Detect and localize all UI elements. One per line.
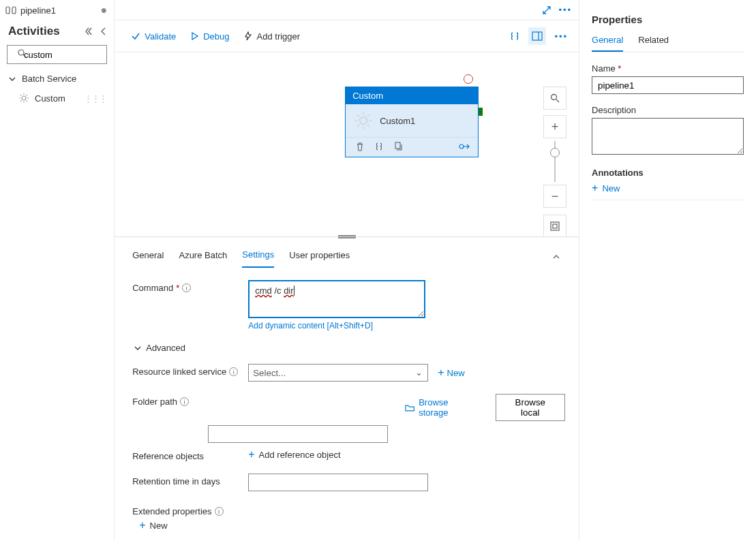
success-connector-icon[interactable] — [478, 108, 483, 116]
extended-props-label: Extended properties — [132, 506, 211, 516]
tab-settings[interactable]: Settings — [242, 245, 274, 268]
info-icon[interactable]: i — [180, 397, 189, 406]
collapse-icon[interactable] — [100, 27, 107, 36]
pipeline-tab[interactable]: pipeline1 ● — [0, 0, 114, 19]
svg-point-2 — [18, 50, 24, 55]
properties-toggle-icon[interactable] — [528, 27, 546, 45]
required-icon: * — [176, 283, 179, 293]
browse-storage-link[interactable]: Browse storage — [405, 397, 478, 418]
description-label: Description — [592, 105, 744, 115]
properties-tab-related[interactable]: Related — [638, 35, 669, 52]
tab-user-properties[interactable]: User properties — [289, 246, 350, 267]
add-trigger-label: Add trigger — [257, 31, 301, 42]
command-input[interactable]: cmd /c dir​ — [248, 280, 425, 318]
copy-icon[interactable] — [393, 142, 403, 151]
command-label: Command — [132, 283, 173, 293]
code-braces-icon[interactable] — [374, 142, 384, 151]
validate-label: Validate — [145, 31, 176, 42]
annotations-label: Annotations — [592, 168, 744, 178]
gear-icon — [354, 111, 373, 130]
more-actions-icon[interactable]: ••• — [554, 31, 568, 42]
svg-line-11 — [556, 99, 559, 102]
validation-error-icon — [464, 74, 473, 84]
svg-point-9 — [459, 144, 464, 149]
svg-rect-5 — [532, 32, 542, 40]
retention-input[interactable] — [248, 474, 428, 491]
info-icon[interactable]: i — [229, 367, 238, 376]
svg-point-4 — [22, 96, 26, 100]
svg-line-3 — [23, 55, 26, 57]
category-label: Batch Service — [22, 74, 76, 84]
add-reference-button[interactable]: +Add reference object — [248, 448, 340, 461]
chevron-down-icon — [8, 75, 16, 83]
add-dynamic-content-link[interactable]: Add dynamic content [Alt+Shift+D] — [248, 321, 425, 330]
code-icon[interactable] — [509, 31, 520, 42]
activity-card-custom1[interactable]: Custom Custom1 — [345, 87, 479, 157]
name-label: Name — [592, 63, 616, 74]
validate-button[interactable]: Validate — [131, 31, 176, 42]
activity-header: Custom — [346, 87, 478, 104]
tab-azure-batch[interactable]: Azure Batch — [179, 246, 227, 267]
svg-rect-0 — [6, 7, 10, 14]
activity-item-custom[interactable]: Custom ⋮⋮⋮ — [0, 88, 114, 108]
svg-rect-8 — [395, 142, 400, 149]
info-icon[interactable]: i — [182, 283, 191, 292]
search-icon — [18, 49, 27, 58]
expand-icon[interactable] — [542, 5, 551, 15]
collapse-panel-icon[interactable] — [551, 252, 565, 262]
folder-path-input[interactable] — [208, 425, 388, 443]
delete-icon[interactable] — [355, 142, 365, 151]
svg-rect-1 — [12, 7, 16, 14]
category-batch-service[interactable]: Batch Service — [0, 69, 114, 88]
advanced-toggle[interactable]: Advanced — [134, 343, 565, 353]
collapse-double-icon[interactable] — [85, 27, 95, 36]
add-trigger-button[interactable]: Add trigger — [243, 31, 301, 42]
panel-resize-handle[interactable] — [338, 235, 356, 239]
info-icon[interactable]: i — [215, 507, 224, 516]
properties-tab-general[interactable]: General — [592, 35, 623, 52]
gear-icon — [18, 93, 29, 104]
debug-label: Debug — [203, 31, 229, 42]
more-icon[interactable]: ••• — [558, 5, 572, 15]
new-extended-prop-button[interactable]: +New — [139, 519, 167, 531]
retention-label: Retention time in days — [132, 476, 220, 486]
required-icon: * — [618, 63, 621, 74]
resource-linked-label: Resource linked service — [132, 367, 226, 377]
unsaved-dot-icon: ● — [101, 4, 108, 16]
folder-path-label: Folder path — [132, 397, 177, 407]
browse-local-button[interactable]: Browse local — [496, 394, 565, 421]
pipeline-name-input[interactable] — [592, 76, 744, 94]
activities-heading: Activities — [8, 25, 60, 38]
tab-general[interactable]: General — [132, 246, 164, 267]
debug-button[interactable]: Debug — [190, 31, 229, 42]
new-linked-service-button[interactable]: +New — [438, 367, 464, 379]
grip-icon: ⋮⋮⋮ — [84, 93, 106, 104]
zoom-fit-button[interactable] — [543, 215, 566, 236]
canvas-search-button[interactable] — [543, 87, 566, 110]
zoom-out-button[interactable]: − — [543, 185, 566, 208]
zoom-handle[interactable] — [550, 148, 560, 157]
activity-label: Custom — [35, 93, 65, 104]
new-annotation-button[interactable]: +New — [592, 182, 744, 200]
reference-objects-label: Reference objects — [132, 451, 204, 461]
flow-icon[interactable] — [459, 142, 471, 151]
description-input[interactable] — [592, 118, 744, 155]
pipeline-icon — [5, 5, 16, 16]
svg-point-10 — [551, 95, 557, 100]
advanced-label: Advanced — [146, 343, 185, 353]
svg-rect-12 — [551, 222, 559, 230]
zoom-slider[interactable] — [554, 141, 556, 182]
pipeline-canvas[interactable]: Custom Custom1 + − — [115, 52, 579, 236]
tab-title: pipeline1 — [20, 5, 56, 16]
zoom-in-button[interactable]: + — [543, 115, 566, 138]
resource-linked-select[interactable]: Select... — [248, 364, 428, 382]
svg-rect-13 — [553, 224, 557, 228]
properties-title: Properties — [592, 14, 744, 25]
svg-point-7 — [360, 117, 367, 125]
activity-name: Custom1 — [380, 116, 415, 126]
